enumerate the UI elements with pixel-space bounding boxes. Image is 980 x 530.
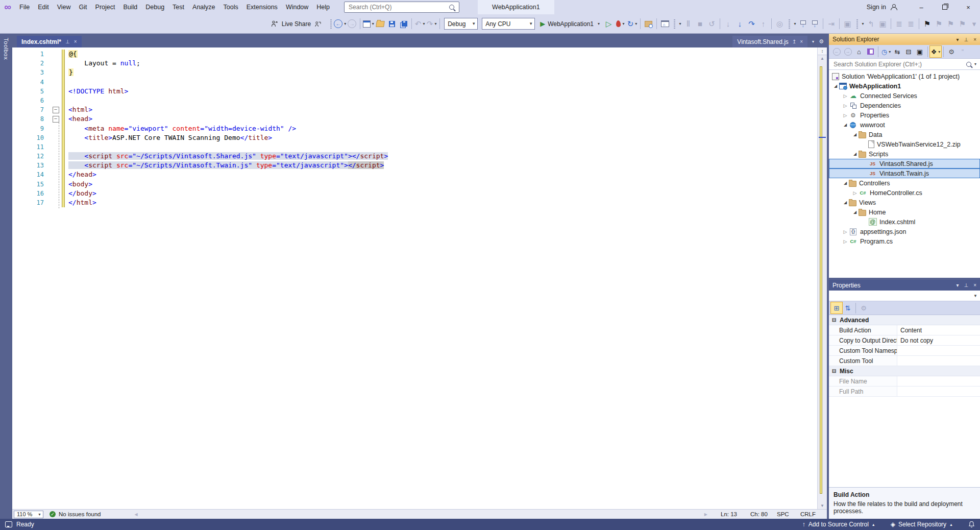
expand-arrow-icon[interactable]: ▷ xyxy=(842,113,849,118)
expand-arrow-icon[interactable]: ◢ xyxy=(851,132,859,137)
minimize-button[interactable]: – xyxy=(910,0,933,14)
line-indicator[interactable]: Ln: 13 xyxy=(721,511,750,517)
pin-tab-icon[interactable]: ⊥ xyxy=(65,39,70,44)
tree-item-controllers[interactable]: ◢Controllers xyxy=(829,178,980,188)
hscroll-right-arrow[interactable]: ▶ xyxy=(704,512,707,517)
search-options-dropdown-icon[interactable]: ▾ xyxy=(974,62,976,66)
menu-tools[interactable]: Tools xyxy=(219,0,242,14)
feedback-person-icon[interactable] xyxy=(891,4,897,10)
tree-item-connected-services[interactable]: ▷☁Connected Services xyxy=(829,91,980,101)
properties-header[interactable]: Properties ▾ ⊥ × xyxy=(829,280,980,291)
tree-item-vintasoft-shared-js[interactable]: JSVintasoft.Shared.js xyxy=(829,159,980,168)
property-group-advanced[interactable]: ⊟Advanced xyxy=(829,315,980,325)
expand-arrow-icon[interactable]: ▷ xyxy=(851,190,859,196)
tree-item-vintasoft-twain-js[interactable]: JSVintasoft.Twain.js xyxy=(829,168,980,178)
step-out-of-block[interactable]: ↰ xyxy=(865,17,877,31)
property-row-file-name[interactable]: File Name xyxy=(829,376,980,387)
code-line-13[interactable]: 13 <script src="~/Scripts/Vintasoft.Twai… xyxy=(12,161,817,170)
redo[interactable]: ↷▾ xyxy=(426,17,437,31)
tree-item-solution-webapplication1-1-of-1-project[interactable]: Solution 'WebApplication1' (1 of 1 proje… xyxy=(829,71,980,81)
menu-file[interactable]: File xyxy=(15,0,34,14)
property-value[interactable] xyxy=(897,376,980,386)
menu-window[interactable]: Window xyxy=(282,0,312,14)
tree-item-scripts[interactable]: ◢Scripts xyxy=(829,149,980,159)
close-panel-icon[interactable]: × xyxy=(973,37,976,42)
solution-explorer-search[interactable]: ▾ xyxy=(829,59,980,70)
show-next-statement[interactable]: ↓ xyxy=(722,17,734,31)
save-file[interactable] xyxy=(386,17,398,31)
close-preview-tab-icon[interactable]: × xyxy=(800,39,803,44)
code-line-2[interactable]: 2 Layout = null; xyxy=(12,59,817,68)
code-line-6[interactable]: 6 xyxy=(12,96,817,105)
find-in-files[interactable] xyxy=(643,17,654,31)
window-position-icon[interactable]: ▾ xyxy=(956,37,959,42)
active-files-dropdown-icon[interactable]: ▾ xyxy=(812,39,814,44)
props-alphabetical[interactable]: ⇅ xyxy=(842,302,853,314)
code-line-5[interactable]: 5<!DOCTYPE html> xyxy=(12,87,817,96)
props-categorized[interactable]: ⊞ xyxy=(831,302,842,314)
toolbar-grip[interactable] xyxy=(330,19,332,29)
menu-git[interactable]: Git xyxy=(75,0,91,14)
tree-item-wwwroot[interactable]: ◢wwwroot xyxy=(829,120,980,130)
sign-in-button[interactable]: Sign in xyxy=(867,4,897,11)
document-health-indicator[interactable]: ✓ No issues found xyxy=(50,511,101,517)
close-tab-icon[interactable]: × xyxy=(74,39,77,44)
se-forward[interactable]: → xyxy=(842,46,853,57)
tree-item-views[interactable]: ◢Views xyxy=(829,198,980,207)
tree-item-data[interactable]: ◢Data xyxy=(829,130,980,139)
property-row-copy-to-output-directory[interactable]: Copy to Output DirectoryDo not copy xyxy=(829,335,980,346)
add-to-source-control-button[interactable]: ↑ Add to Source Control ▲ xyxy=(802,521,875,528)
tree-item-dependencies[interactable]: ▷Dependencies xyxy=(829,101,980,110)
navigate-forward[interactable]: → xyxy=(346,17,358,31)
indentation-indicator[interactable]: SPC xyxy=(777,511,800,517)
code-line-16[interactable]: 16</body> xyxy=(12,189,817,198)
navigate-to[interactable]: ⇥ xyxy=(825,17,837,31)
scroll-down-arrow[interactable]: ▼ xyxy=(820,502,824,509)
immediate-window[interactable]: ▣ xyxy=(877,17,889,31)
property-row-custom-tool[interactable]: Custom Tool xyxy=(829,356,980,366)
restore-button[interactable] xyxy=(933,0,957,14)
se-properties[interactable]: ⚙ xyxy=(946,46,957,57)
restart-debugging[interactable]: ↺ xyxy=(706,17,718,31)
comment-selection[interactable]: ≣ xyxy=(893,17,905,31)
expand-arrow-icon[interactable]: ▷ xyxy=(842,103,849,108)
menu-edit[interactable]: Edit xyxy=(34,0,53,14)
menu-build[interactable]: Build xyxy=(119,0,141,14)
toolbar-options[interactable]: ▾ xyxy=(968,17,980,31)
start-without-debugging[interactable]: ▷ xyxy=(603,17,615,31)
tree-item-appsettings-json[interactable]: ▷{}appsettings.json xyxy=(829,227,980,236)
hscroll-left-arrow[interactable]: ◀ xyxy=(134,512,137,517)
code-line-1[interactable]: 1@{ xyxy=(12,50,817,59)
solution-search-input[interactable] xyxy=(832,60,965,68)
menu-project[interactable]: Project xyxy=(91,0,119,14)
restart-application[interactable]: ↻▾ xyxy=(626,17,638,31)
close-panel-icon[interactable]: × xyxy=(973,282,976,288)
editor-vertical-scrollbar[interactable]: ↕ ▲ ▼ xyxy=(817,47,827,509)
props-property-pages[interactable]: ⚙ xyxy=(858,302,869,314)
code-line-12[interactable]: 12 <script src="~/Scripts/Vintasoft.Shar… xyxy=(12,152,817,161)
se-pending-changes-filter[interactable]: ◷▾ xyxy=(880,46,892,57)
menu-view[interactable]: View xyxy=(53,0,75,14)
code-area[interactable]: 1@{2 Layout = null;3}45<!DOCTYPE html>67… xyxy=(12,47,817,509)
tab-vintasoft-shared-js-preview[interactable]: Vintasoft.Shared.js ↥ × xyxy=(732,36,807,47)
collapse-group-icon[interactable]: ⊟ xyxy=(831,368,837,374)
search-input[interactable] xyxy=(348,3,448,11)
step-out[interactable]: ↑ xyxy=(757,17,769,31)
undo[interactable]: ↶▾ xyxy=(414,17,426,31)
quick-search-box[interactable] xyxy=(344,2,459,13)
live-share-button[interactable]: Live Share xyxy=(271,20,321,28)
toggle-bookmark[interactable]: ⚑ xyxy=(921,17,933,31)
code-line-14[interactable]: 14</head> xyxy=(12,170,817,179)
expand-arrow-icon[interactable]: ▷ xyxy=(842,239,849,244)
notifications-bell-icon[interactable] xyxy=(968,521,975,528)
menu-analyze[interactable]: Analyze xyxy=(188,0,219,14)
scrollbar-track[interactable] xyxy=(818,62,827,502)
save-dump-2[interactable] xyxy=(809,17,821,31)
expand-arrow-icon[interactable]: ◢ xyxy=(851,210,859,214)
toolbar-grip-dropdown[interactable]: ▾ xyxy=(853,17,865,31)
break-all[interactable]: Ⅱ xyxy=(682,17,694,31)
tree-item-properties[interactable]: ▷⚙Properties xyxy=(829,110,980,120)
property-value[interactable] xyxy=(897,356,980,366)
close-button[interactable]: × xyxy=(957,0,980,14)
save-all[interactable] xyxy=(398,17,409,31)
